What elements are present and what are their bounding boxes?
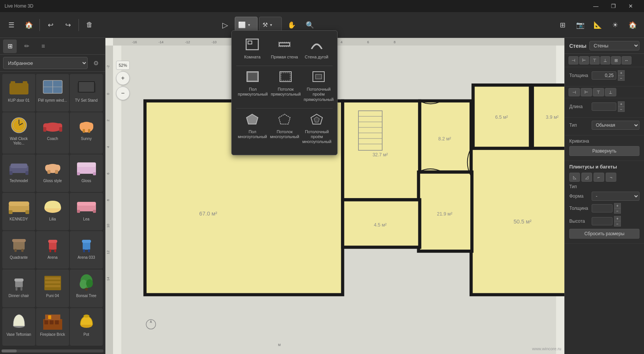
baseboard-height-increase[interactable]: + bbox=[614, 216, 621, 221]
baseboard-thickness-decrease[interactable]: − bbox=[614, 208, 621, 214]
align-center-v-button[interactable]: ⊞ bbox=[611, 56, 621, 65]
thickness-section: Толщина + − bbox=[565, 67, 644, 87]
item-5[interactable]: Coach bbox=[36, 112, 69, 153]
wall-align-inner-button[interactable]: ⊣ bbox=[569, 88, 580, 96]
length-input[interactable] bbox=[592, 102, 616, 111]
item-7[interactable]: Techmodel bbox=[2, 154, 35, 192]
close-button[interactable]: ✕ bbox=[622, 0, 639, 12]
category-settings-button[interactable]: ⚙ bbox=[90, 57, 102, 69]
item-13[interactable]: Quadrante bbox=[2, 231, 35, 269]
item-2[interactable]: FW symm wind... bbox=[36, 74, 69, 112]
align-top-button[interactable]: ⊥ bbox=[600, 56, 610, 65]
minimize-button[interactable]: — bbox=[587, 0, 605, 12]
length-stepper: + − bbox=[618, 101, 625, 112]
baseboard-type-4-button[interactable]: ¬ bbox=[606, 173, 616, 182]
length-increase-button[interactable]: + bbox=[618, 101, 625, 107]
svg-text:2: 2 bbox=[106, 120, 110, 121]
baseboard-form-select[interactable]: - bbox=[592, 192, 639, 201]
baseboard-type-2-button[interactable]: ◿ bbox=[581, 173, 592, 182]
maximize-button[interactable]: ❐ bbox=[605, 0, 622, 12]
rect-ceiling-tool-button[interactable]: Потолок прямоугольный bbox=[269, 68, 302, 105]
tab-edit-button[interactable]: ✏ bbox=[20, 39, 33, 53]
item-14[interactable]: Arena bbox=[36, 231, 69, 269]
wall-align-outer-button[interactable]: ⊤ bbox=[593, 88, 604, 96]
length-decrease-button[interactable]: − bbox=[618, 107, 625, 112]
poly-ceiling-opening-tool-button[interactable]: Потолочный проём многоугольный bbox=[301, 110, 333, 148]
align-left-button[interactable]: ⊣ bbox=[569, 56, 578, 65]
item-thumb-12 bbox=[74, 195, 99, 216]
horizontal-scrollbar[interactable] bbox=[2, 349, 104, 352]
zoom-in-button[interactable]: + bbox=[116, 71, 130, 85]
svg-text:-10: -10 bbox=[212, 40, 217, 44]
redo-button[interactable]: ↪ bbox=[60, 17, 76, 33]
thickness-decrease-button[interactable]: − bbox=[618, 76, 625, 81]
reset-sizes-button[interactable]: Сбросить размеры bbox=[569, 229, 639, 239]
wall-align-center-button[interactable]: ⊢ bbox=[581, 88, 592, 96]
scrollbar-thumb[interactable] bbox=[2, 349, 17, 352]
wall-align-other-button[interactable]: ⊥ bbox=[605, 88, 616, 96]
title-bar: Live Home 3D — ❐ ✕ bbox=[0, 0, 644, 12]
category-select[interactable]: Избранное bbox=[3, 57, 88, 69]
align-right-button[interactable]: ⊤ bbox=[590, 56, 600, 65]
baseboard-type-3-button[interactable]: ⌐ bbox=[594, 173, 604, 182]
thickness-increase-button[interactable]: + bbox=[618, 70, 625, 76]
baseboard-height-decrease[interactable]: − bbox=[614, 221, 621, 227]
floor-plan-svg[interactable]: 67.0 м² 32.7 м² 8.2 м² 6.5 м² 3.9 м² 50.… bbox=[113, 46, 564, 354]
baseboard-type-1-button[interactable]: ◺ bbox=[569, 173, 580, 182]
item-label-20: Fireplace Brick bbox=[40, 332, 65, 337]
item-20[interactable]: Fireplace Brick bbox=[36, 308, 69, 346]
length-section: Длина + − bbox=[565, 98, 644, 118]
zoom-out-button[interactable]: − bbox=[116, 87, 130, 100]
floors-button[interactable]: ⊞ bbox=[554, 17, 571, 33]
item-10[interactable]: KENNEDY bbox=[2, 193, 35, 230]
lighting-button[interactable]: ☀ bbox=[607, 17, 624, 33]
item-3[interactable]: TV Set Stand bbox=[70, 74, 103, 112]
tab-grid-button[interactable]: ⊞ bbox=[3, 39, 17, 53]
type-select[interactable]: Обычная bbox=[592, 121, 639, 130]
undo-button[interactable]: ↩ bbox=[42, 17, 59, 33]
align-bottom-button[interactable]: ↔ bbox=[622, 56, 631, 65]
item-6[interactable]: Sunny bbox=[70, 112, 103, 153]
item-8[interactable]: Gloss style bbox=[36, 154, 69, 192]
item-18[interactable]: Bonsai Tree bbox=[70, 269, 103, 307]
type-section: Тип Обычная bbox=[565, 118, 644, 135]
measure-button[interactable]: 📐 bbox=[589, 17, 606, 33]
expand-button[interactable]: Развернуть bbox=[569, 146, 639, 156]
svg-text:8: 8 bbox=[394, 40, 396, 44]
thickness-input[interactable] bbox=[592, 71, 616, 80]
item-17[interactable]: Puni 04 bbox=[36, 269, 69, 307]
3d-view-button[interactable]: 🏠 bbox=[624, 17, 641, 33]
svg-text:-12: -12 bbox=[185, 40, 190, 44]
item-21[interactable]: Pot bbox=[70, 308, 103, 346]
rect-floor-tool-button[interactable]: Пол прямоугольный bbox=[236, 68, 269, 105]
cursor-tool-button[interactable]: ▷ bbox=[217, 17, 233, 33]
arc-wall-tool-button[interactable]: Стена дугой bbox=[300, 35, 333, 63]
baseboard-form-row: Форма - bbox=[569, 192, 639, 201]
rect-ceiling-opening-tool-button[interactable]: Потолочный проём прямоугольный bbox=[302, 68, 335, 105]
camera-button[interactable]: 📷 bbox=[572, 17, 589, 33]
item-9[interactable]: Gloss bbox=[70, 154, 103, 192]
right-panel-section-select[interactable]: Стены bbox=[589, 41, 639, 50]
item-16[interactable]: Dinner chair bbox=[2, 269, 35, 307]
item-11[interactable]: Lilia bbox=[36, 193, 69, 230]
tab-list-button[interactable]: ≡ bbox=[36, 39, 50, 53]
delete-button[interactable]: 🗑 bbox=[81, 17, 98, 33]
item-thumb-8 bbox=[41, 157, 65, 178]
baseboard-height-input[interactable] bbox=[592, 217, 613, 225]
item-19[interactable]: Vase Teftonian bbox=[2, 308, 35, 346]
room-tool-button[interactable]: Комната bbox=[236, 35, 269, 63]
baseboard-thickness-input[interactable] bbox=[592, 204, 613, 212]
item-1[interactable]: KUP door 01 bbox=[2, 74, 35, 112]
item-15[interactable]: Arena 033 bbox=[70, 231, 103, 269]
item-12[interactable]: Lea bbox=[70, 193, 103, 230]
straight-wall-tool-button[interactable]: Прямая стена bbox=[269, 35, 301, 63]
popup-row-2: Пол прямоугольный Потолок прямоугольный … bbox=[236, 68, 333, 105]
item-4[interactable]: Wall Clock Yello... bbox=[2, 112, 35, 153]
baseboard-thickness-increase[interactable]: + bbox=[614, 203, 621, 208]
poly-floor-tool-button[interactable]: Пол многоугольный bbox=[236, 110, 269, 148]
align-center-h-button[interactable]: ⊢ bbox=[579, 56, 589, 65]
menu-button[interactable]: ☰ bbox=[3, 17, 20, 33]
home-button[interactable]: 🏠 bbox=[20, 17, 37, 33]
poly-ceiling-tool-button[interactable]: Потолок многоугольный bbox=[269, 110, 301, 148]
item-label-21: Pot bbox=[83, 332, 89, 337]
